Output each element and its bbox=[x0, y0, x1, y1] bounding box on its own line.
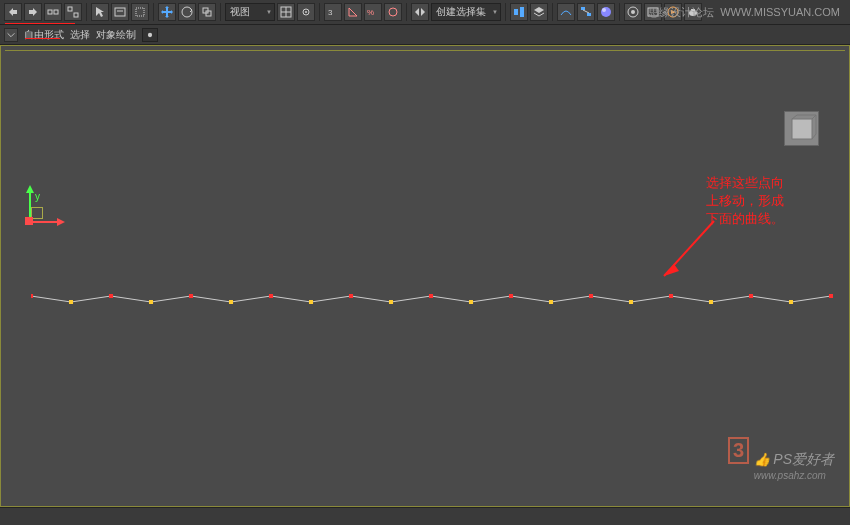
view-dropdown[interactable]: 视图 bbox=[225, 3, 275, 21]
svg-rect-21 bbox=[587, 13, 591, 16]
svg-point-17 bbox=[389, 8, 397, 16]
snap-percent-button[interactable]: % bbox=[364, 3, 382, 21]
viewport-border bbox=[5, 50, 845, 51]
selection-set-dropdown[interactable]: 创建选择集 bbox=[431, 3, 501, 21]
svg-line-33 bbox=[792, 115, 797, 119]
vertex-point[interactable] bbox=[309, 300, 313, 304]
tab-freeform[interactable]: 自由形式 bbox=[24, 28, 64, 42]
divider bbox=[406, 3, 407, 21]
spinner-snap-button[interactable] bbox=[384, 3, 402, 21]
snap-3d-button[interactable]: 3 bbox=[324, 3, 342, 21]
svg-rect-1 bbox=[54, 10, 58, 14]
vertex-point[interactable] bbox=[69, 300, 73, 304]
svg-rect-4 bbox=[115, 8, 125, 16]
svg-point-26 bbox=[631, 10, 635, 14]
link-button[interactable] bbox=[44, 3, 62, 21]
snap-button[interactable] bbox=[297, 3, 315, 21]
viewcube[interactable] bbox=[784, 111, 819, 146]
schematic-button[interactable] bbox=[577, 3, 595, 21]
unlink-button[interactable] bbox=[64, 3, 82, 21]
align-button[interactable] bbox=[510, 3, 528, 21]
x-axis[interactable] bbox=[29, 221, 59, 223]
status-bar bbox=[0, 507, 850, 525]
svg-rect-19 bbox=[520, 7, 524, 17]
vertex-point[interactable] bbox=[389, 300, 393, 304]
watermark-text: 👍 PS爱好者 www.psahz.com bbox=[754, 451, 834, 481]
move-button[interactable] bbox=[158, 3, 176, 21]
curve-editor-button[interactable] bbox=[557, 3, 575, 21]
vertex-point[interactable] bbox=[829, 294, 833, 298]
snap-angle-button[interactable] bbox=[344, 3, 362, 21]
vertex-point[interactable] bbox=[509, 294, 513, 298]
svg-line-34 bbox=[812, 115, 816, 119]
selection-set-label: 创建选择集 bbox=[436, 5, 486, 19]
select-name-button[interactable] bbox=[111, 3, 129, 21]
sub-toolbar: 自由形式 选择 对象绘制 bbox=[0, 25, 850, 45]
vertex-point[interactable] bbox=[149, 300, 153, 304]
viewport[interactable]: y 选择这些点向 上移动，形成 下面的曲线。 3 👍 PS爱好者 www.psa… bbox=[0, 45, 850, 507]
highlight-underline bbox=[5, 23, 75, 24]
brand-text: 思缘设计论坛 WWW.MISSYUAN.COM bbox=[648, 5, 840, 20]
grid-button[interactable] bbox=[277, 3, 295, 21]
svg-line-37 bbox=[812, 134, 816, 139]
svg-rect-18 bbox=[514, 9, 518, 15]
undo-button[interactable] bbox=[4, 3, 22, 21]
watermark-logo: 3 bbox=[728, 437, 749, 464]
x-axis-arrow bbox=[57, 218, 65, 226]
vertex-point[interactable] bbox=[349, 294, 353, 298]
divider bbox=[86, 3, 87, 21]
spline-object[interactable] bbox=[31, 294, 839, 309]
vertex-point[interactable] bbox=[669, 294, 673, 298]
vertex-point[interactable] bbox=[709, 300, 713, 304]
mirror-button[interactable] bbox=[411, 3, 429, 21]
svg-point-31 bbox=[148, 32, 152, 36]
svg-point-14 bbox=[305, 11, 307, 13]
vertex-point[interactable] bbox=[189, 294, 193, 298]
svg-rect-32 bbox=[792, 119, 812, 139]
layers-button[interactable] bbox=[530, 3, 548, 21]
scale-button[interactable] bbox=[198, 3, 216, 21]
vertex-point[interactable] bbox=[31, 294, 33, 298]
vertex-point[interactable] bbox=[269, 294, 273, 298]
origin-handle[interactable] bbox=[25, 217, 33, 225]
vertex-point[interactable] bbox=[789, 300, 793, 304]
svg-rect-20 bbox=[581, 7, 585, 10]
vertex-point[interactable] bbox=[109, 294, 113, 298]
y-axis-label: y bbox=[35, 191, 40, 202]
select-rect-button[interactable] bbox=[131, 3, 149, 21]
object-dropdown-button[interactable] bbox=[142, 28, 158, 42]
divider bbox=[153, 3, 154, 21]
svg-line-22 bbox=[583, 10, 589, 13]
svg-rect-3 bbox=[74, 13, 78, 17]
svg-rect-0 bbox=[48, 10, 52, 14]
vertex-point[interactable] bbox=[229, 300, 233, 304]
tab-select[interactable]: 选择 bbox=[70, 28, 90, 42]
divider bbox=[220, 3, 221, 21]
rotate-button[interactable] bbox=[178, 3, 196, 21]
render-setup-button[interactable] bbox=[624, 3, 642, 21]
vertex-point[interactable] bbox=[749, 294, 753, 298]
material-button[interactable] bbox=[597, 3, 615, 21]
vertex-point[interactable] bbox=[589, 294, 593, 298]
select-button[interactable] bbox=[91, 3, 109, 21]
divider bbox=[505, 3, 506, 21]
vertex-point[interactable] bbox=[429, 294, 433, 298]
main-toolbar: 视图 3 % 创建选择集 思缘设计论坛 WWW.MISSYUAN.COM bbox=[0, 0, 850, 25]
divider bbox=[619, 3, 620, 21]
divider bbox=[319, 3, 320, 21]
svg-rect-2 bbox=[68, 7, 72, 11]
svg-point-23 bbox=[601, 7, 611, 17]
vertex-point[interactable] bbox=[469, 300, 473, 304]
svg-text:%: % bbox=[367, 8, 374, 17]
svg-rect-6 bbox=[136, 8, 144, 16]
svg-point-24 bbox=[602, 8, 606, 12]
tab-object[interactable]: 对象绘制 bbox=[96, 28, 136, 42]
redo-button[interactable] bbox=[24, 3, 42, 21]
vertex-point[interactable] bbox=[549, 300, 553, 304]
svg-marker-39 bbox=[664, 264, 679, 276]
vertex-point[interactable] bbox=[629, 300, 633, 304]
sub-dropdown-button[interactable] bbox=[4, 28, 18, 42]
annotation-arrow bbox=[649, 216, 729, 296]
highlight-underline bbox=[25, 38, 60, 39]
divider bbox=[552, 3, 553, 21]
